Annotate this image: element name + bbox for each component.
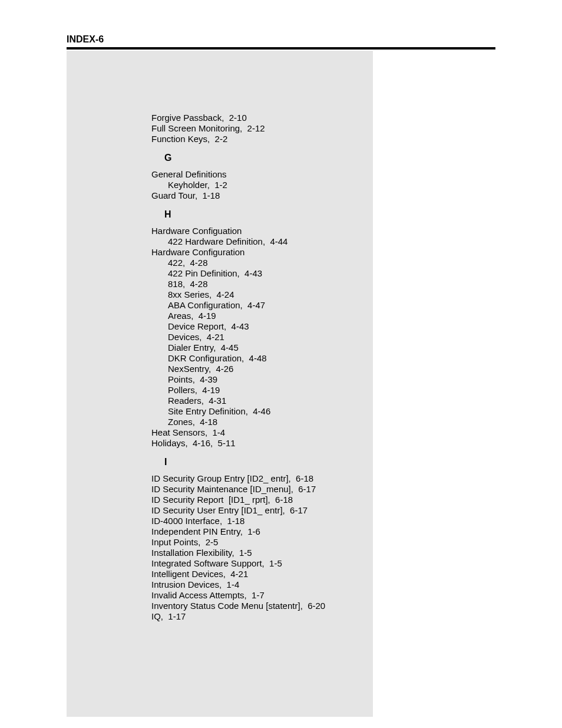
- index-entry: Intrusion Devices, 1-4: [151, 579, 416, 590]
- index-entry: Heat Sensors, 1-4: [151, 427, 416, 438]
- index-content: Forgive Passback, 2-10 Full Screen Monit…: [151, 113, 416, 622]
- index-entry: Integrated Software Support, 1-5: [151, 558, 416, 569]
- index-entry: Guard Tour, 1-18: [151, 190, 416, 201]
- index-entry: ID Security User Entry [ID1_ entr], 6-17: [151, 505, 416, 516]
- page-header-label: INDEX-6: [67, 34, 104, 45]
- index-subentry: Zones, 4-18: [151, 417, 416, 427]
- index-subentry: 422 Pin Definition, 4-43: [151, 268, 416, 279]
- index-entry: ID Security Group Entry [ID2_ entr], 6-1…: [151, 473, 416, 484]
- section-i-block: ID Security Group Entry [ID2_ entr], 6-1…: [151, 473, 416, 622]
- index-entry: Full Screen Monitoring, 2-12: [151, 123, 416, 134]
- index-entry: Holidays, 4-16, 5-11: [151, 438, 416, 449]
- index-subentry: Areas, 4-19: [151, 311, 416, 321]
- index-subentry: Site Entry Definition, 4-46: [151, 406, 416, 417]
- index-entry: ID Security Maintenance [ID_menu], 6-17: [151, 484, 416, 495]
- index-entry: General Definitions: [151, 169, 416, 180]
- index-entry: Hardware Configuation: [151, 226, 416, 236]
- section-letter-g: G: [151, 153, 416, 163]
- index-entry: Inventory Status Code Menu [statentr], 6…: [151, 601, 416, 611]
- index-entry: ID-4000 Interface, 1-18: [151, 516, 416, 526]
- header-rule: [67, 47, 495, 50]
- index-subentry: Points, 4-39: [151, 374, 416, 385]
- section-letter-i: I: [151, 457, 416, 467]
- index-subentry: Device Report, 4-43: [151, 321, 416, 332]
- index-subentry: 422 Hardware Definition, 4-44: [151, 236, 416, 247]
- index-entry: Function Keys, 2-2: [151, 134, 416, 144]
- index-subentry: Keyholder, 1-2: [151, 180, 416, 190]
- section-h-block: Hardware Configuation 422 Hardware Defin…: [151, 226, 416, 449]
- page: INDEX-6 Forgive Passback, 2-10 Full Scre…: [0, 0, 562, 728]
- index-subentry: Dialer Entry, 4-45: [151, 342, 416, 353]
- index-entry: Independent PIN Entry, 1-6: [151, 526, 416, 537]
- index-entry: ID Security Report [ID1_ rprt], 6-18: [151, 495, 416, 505]
- index-subentry: ABA Configuration, 4-47: [151, 300, 416, 311]
- index-subentry: DKR Configuration, 4-48: [151, 353, 416, 364]
- index-entry: Forgive Passback, 2-10: [151, 113, 416, 123]
- index-subentry: 8xx Series, 4-24: [151, 289, 416, 300]
- index-subentry: 422, 4-28: [151, 258, 416, 268]
- index-entry: Intelligent Devices, 4-21: [151, 569, 416, 579]
- index-entry: Installation Flexibility, 1-5: [151, 548, 416, 558]
- index-subentry: Readers, 4-31: [151, 396, 416, 406]
- index-entry: Invalid Access Attempts, 1-7: [151, 590, 416, 601]
- index-entry: Hardware Configuration: [151, 247, 416, 258]
- index-subentry: NexSentry, 4-26: [151, 364, 416, 374]
- pre-section-block: Forgive Passback, 2-10 Full Screen Monit…: [151, 113, 416, 144]
- index-subentry: Devices, 4-21: [151, 332, 416, 342]
- section-g-block: General Definitions Keyholder, 1-2 Guard…: [151, 169, 416, 201]
- index-subentry: 818, 4-28: [151, 279, 416, 289]
- section-letter-h: H: [151, 209, 416, 220]
- index-entry: Input Points, 2-5: [151, 537, 416, 548]
- index-subentry: Pollers, 4-19: [151, 385, 416, 396]
- index-entry: IQ, 1-17: [151, 611, 416, 622]
